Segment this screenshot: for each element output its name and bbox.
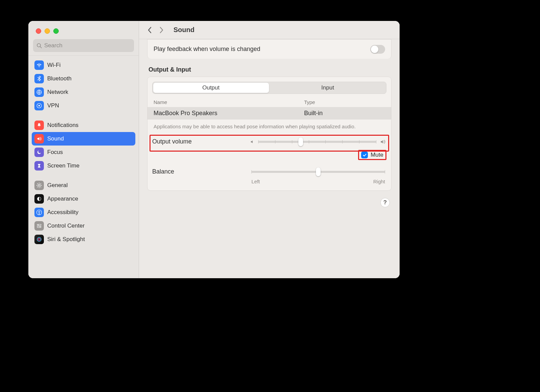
play-feedback-label: Play feedback when volume is changed: [154, 46, 260, 53]
device-type: Built-in: [304, 110, 385, 117]
sidebar-item-label: Network: [47, 89, 68, 96]
siri-icon: [34, 235, 44, 244]
sidebar-item-label: Appearance: [47, 195, 78, 202]
zoom-button[interactable]: [53, 28, 59, 34]
play-feedback-toggle[interactable]: [370, 45, 385, 54]
device-name: MacBook Pro Speakers: [154, 110, 304, 117]
svg-point-5: [38, 184, 40, 186]
search-wrap: [28, 39, 139, 55]
output-volume-slider[interactable]: [258, 141, 376, 143]
sidebar-item-vpn[interactable]: VPN: [32, 99, 135, 112]
svg-point-10: [38, 225, 38, 225]
sidebar-item-bluetooth[interactable]: Bluetooth: [32, 72, 135, 85]
sidebar-item-appearance[interactable]: Appearance: [32, 192, 135, 206]
sidebar-item-siri-spotlight[interactable]: Siri & Spotlight: [32, 233, 135, 246]
output-input-section-title: Output & Input: [148, 66, 390, 73]
sidebar-separator: [28, 55, 139, 56]
nav-forward-button[interactable]: [158, 27, 165, 33]
output-input-panel: Output Input Name Type MacBook Pro Speak…: [147, 77, 392, 191]
sidebar-list: Wi-Fi Bluetooth Network VPN: [28, 57, 139, 247]
balance-label: Balance: [152, 168, 250, 175]
spatial-audio-hint: Applications may be able to access head …: [147, 120, 391, 135]
sidebar-item-label: Sound: [47, 135, 64, 142]
sidebar-item-accessibility[interactable]: Accessibility: [32, 206, 135, 219]
bluetooth-icon: [34, 74, 44, 83]
output-volume-slider-area: [250, 139, 386, 145]
speaker-max-icon: [380, 139, 386, 145]
window-controls: [28, 27, 139, 39]
play-feedback-row: Play feedback when volume is changed: [147, 39, 392, 59]
search-input[interactable]: [44, 42, 131, 49]
sidebar-item-label: Accessibility: [47, 209, 79, 216]
column-name: Name: [154, 99, 304, 105]
mute-checkbox[interactable]: [361, 152, 368, 158]
sidebar-item-wifi[interactable]: Wi-Fi: [32, 58, 135, 72]
output-volume-label: Output volume: [152, 138, 250, 145]
column-type: Type: [304, 99, 385, 105]
content: Play feedback when volume is changed Out…: [139, 39, 400, 278]
sidebar-item-label: Wi-Fi: [47, 62, 61, 69]
sidebar-item-label: General: [47, 182, 68, 189]
output-volume-knob[interactable]: [298, 137, 303, 146]
svg-point-13: [37, 237, 41, 241]
sidebar-item-control-center[interactable]: Control Center: [32, 219, 135, 233]
highlight-mute: Mute: [358, 150, 386, 160]
sidebar-item-focus[interactable]: Focus: [32, 146, 135, 159]
mute-row: Mute: [147, 148, 391, 160]
globe-icon: [34, 87, 44, 97]
sidebar-item-label: VPN: [47, 102, 59, 109]
control-center-icon: [34, 221, 44, 231]
balance-left-label: Left: [251, 179, 260, 184]
output-input-tabs[interactable]: Output Input: [152, 82, 386, 94]
sidebar-item-label: Focus: [47, 149, 63, 156]
tab-input[interactable]: Input: [269, 82, 386, 94]
header: Sound: [139, 21, 400, 39]
balance-knob[interactable]: [316, 167, 321, 176]
svg-point-8: [39, 211, 39, 211]
sidebar: Wi-Fi Bluetooth Network VPN: [28, 21, 139, 278]
sidebar-item-label: Screen Time: [47, 162, 79, 169]
sidebar-item-label: Bluetooth: [47, 75, 72, 82]
help-button[interactable]: ?: [380, 198, 390, 207]
sidebar-item-label: Notifications: [47, 122, 79, 129]
svg-rect-9: [37, 224, 41, 225]
sidebar-item-screen-time[interactable]: Screen Time: [32, 159, 135, 173]
sidebar-item-sound[interactable]: Sound: [32, 132, 135, 146]
gear-icon: [34, 181, 44, 190]
output-volume-row: Output volume: [147, 135, 391, 148]
sidebar-item-general[interactable]: General: [32, 179, 135, 192]
balance-row: Balance: [147, 165, 391, 178]
sidebar-item-label: Control Center: [47, 223, 85, 229]
wifi-icon: [34, 60, 44, 70]
tab-output[interactable]: Output: [153, 82, 269, 94]
svg-point-4: [38, 105, 40, 107]
svg-point-14: [38, 238, 40, 240]
sidebar-item-notifications[interactable]: Notifications: [32, 119, 135, 132]
search-field[interactable]: [33, 39, 134, 52]
balance-slider[interactable]: [251, 171, 385, 173]
bell-icon: [34, 121, 44, 130]
segmented-wrap: Output Input: [147, 77, 391, 97]
minimize-button[interactable]: [45, 28, 50, 34]
sidebar-item-label: Siri & Spotlight: [47, 236, 85, 243]
close-button[interactable]: [36, 28, 41, 34]
device-row[interactable]: MacBook Pro Speakers Built-in: [147, 107, 391, 120]
balance-right-label: Right: [373, 179, 385, 184]
device-table-header: Name Type: [147, 97, 391, 107]
appearance-icon: [34, 194, 44, 204]
sidebar-item-network[interactable]: Network: [32, 85, 135, 99]
svg-point-12: [40, 227, 40, 227]
svg-rect-11: [37, 226, 41, 227]
vpn-icon: [34, 101, 44, 110]
mute-label: Mute: [371, 152, 383, 158]
system-settings-window: Wi-Fi Bluetooth Network VPN: [28, 21, 400, 278]
nav-back-button[interactable]: [146, 27, 153, 33]
sound-icon: [34, 134, 44, 143]
balance-labels: Left Right: [147, 178, 391, 184]
main-pane: Sound Play feedback when volume is chang…: [139, 21, 400, 278]
svg-line-1: [40, 47, 42, 48]
accessibility-icon: [34, 208, 44, 217]
balance-slider-area: [250, 171, 386, 173]
page-title: Sound: [173, 26, 194, 34]
moon-icon: [34, 148, 44, 157]
